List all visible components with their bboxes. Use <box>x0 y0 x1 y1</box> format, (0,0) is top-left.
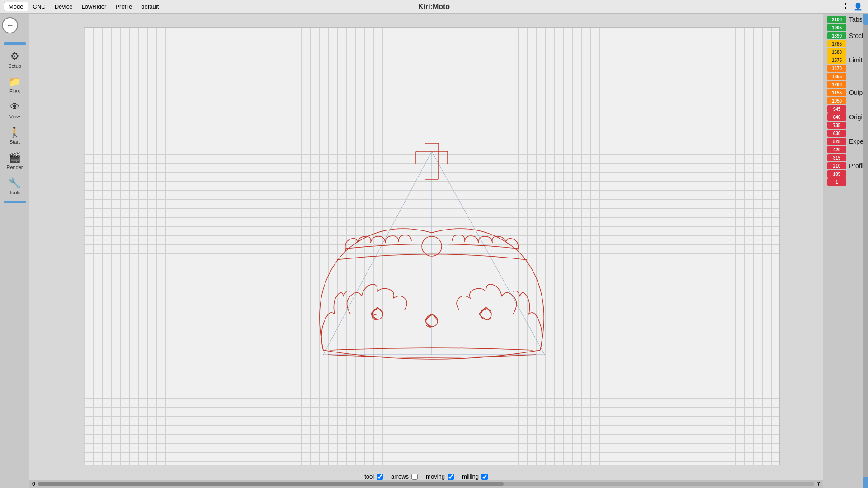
files-icon: 📁 <box>9 76 21 88</box>
right-menu-stock[interactable]: Stock <box>846 32 865 39</box>
milling-label: milling <box>462 473 479 480</box>
scale-row-210: 210 Profile <box>827 162 868 170</box>
moving-checkbox[interactable] <box>448 474 454 480</box>
scale-row-1995: 1995 <box>827 23 868 32</box>
scale-row-315: 315 <box>827 154 868 162</box>
scale-row-1: 1 <box>827 178 868 186</box>
scale-badge-1785: 1785 <box>827 40 846 47</box>
scale-row-1155: 1155 Output <box>827 89 868 97</box>
scale-row-1365: 1365 <box>827 72 868 80</box>
scale-badge-1260: 1260 <box>827 81 846 88</box>
menu-profile[interactable]: Profile <box>111 2 137 11</box>
scale-badge-315: 315 <box>827 154 846 161</box>
files-label: Files <box>9 89 20 94</box>
milling-checkbox[interactable] <box>481 474 488 480</box>
arrows-checkbox-group: arrows <box>391 473 418 480</box>
right-panel: 2100 Tabs 1995 1890 Stock 1785 1680 157 <box>823 14 868 488</box>
scale-row-1785: 1785 <box>827 40 868 48</box>
scale-row-735: 735 <box>827 121 868 129</box>
setup-icon: ⚙ <box>10 51 19 62</box>
scale-row-420: 420 <box>827 145 868 154</box>
setup-label: Setup <box>8 63 21 69</box>
grid-canvas[interactable] <box>84 27 780 465</box>
scale-badge-1: 1 <box>827 178 846 186</box>
right-menu-limits[interactable]: Limits <box>846 56 866 64</box>
menu-mode[interactable]: Mode <box>4 2 28 11</box>
view-icon: 👁 <box>10 101 20 113</box>
tools-icon: 🔧 <box>9 177 21 189</box>
tool-checkbox[interactable] <box>377 474 383 480</box>
start-icon: 🚶 <box>9 127 21 138</box>
back-button[interactable]: ← <box>2 17 18 33</box>
moving-checkbox-group: moving <box>426 473 454 480</box>
scale-row-630: 630 <box>827 129 868 137</box>
scale-row-525: 525 Expert <box>827 137 868 145</box>
scale-row-1680: 1680 <box>827 48 868 56</box>
scroll-right-num: 7 <box>814 481 823 487</box>
scale-badge-630: 630 <box>827 130 846 137</box>
scale-badge-1050: 1050 <box>827 97 846 104</box>
scale-row-2100: 2100 Tabs <box>827 15 868 23</box>
scale-badge-1155: 1155 <box>827 89 846 96</box>
tool-label: tool <box>364 473 374 480</box>
app-title: Kiri:Moto <box>418 3 450 11</box>
sidebar: ← ⚙ Setup 📁 Files 👁 View 🚶 Start 🎬 Rende… <box>0 14 29 488</box>
menu-device[interactable]: Device <box>50 2 77 11</box>
start-label: Start <box>9 139 20 145</box>
view-label: View <box>9 114 20 119</box>
scale-badge-735: 735 <box>827 122 846 129</box>
h-scroll-thumb[interactable] <box>38 482 504 486</box>
h-scrollbar[interactable]: 0 7 <box>29 480 823 488</box>
scale-badge-2100: 2100 <box>827 16 846 23</box>
svg-line-0 <box>323 151 432 355</box>
scale-row-1890: 1890 Stock <box>827 32 868 40</box>
user-icon[interactable]: 👤 <box>852 1 864 12</box>
scale-badge-525: 525 <box>827 138 846 145</box>
scale-row-1470: 1470 <box>827 64 868 72</box>
menu-lowrider[interactable]: LowRider <box>77 2 111 11</box>
scale-badge-1890: 1890 <box>827 32 846 39</box>
sidebar-item-files[interactable]: 📁 Files <box>0 72 29 98</box>
sidebar-item-tools[interactable]: 🔧 Tools <box>0 174 29 199</box>
menu-default[interactable]: default <box>137 2 163 11</box>
scale-badge-1575: 1575 <box>827 56 846 64</box>
scale-badge-1365: 1365 <box>827 73 846 80</box>
menu-icons: ⛶ 👤 <box>837 1 864 12</box>
main-layout: ← ⚙ Setup 📁 Files 👁 View 🚶 Start 🎬 Rende… <box>0 14 868 488</box>
sidebar-divider-top <box>4 42 26 45</box>
scale-badge-1995: 1995 <box>827 24 846 31</box>
v-scroll-thumb-bottom <box>863 477 868 488</box>
crown-svg <box>84 28 779 465</box>
tools-label: Tools <box>9 190 21 195</box>
scale-badge-210: 210 <box>827 162 846 169</box>
scale-row-1575: 1575 Limits <box>827 56 868 64</box>
menu-cnc[interactable]: CNC <box>28 2 50 11</box>
v-scrollbar-right[interactable] <box>863 14 868 488</box>
svg-point-9 <box>481 309 491 319</box>
scale-badge-945: 945 <box>827 105 846 113</box>
h-scroll-track[interactable] <box>38 482 815 486</box>
arrows-label: arrows <box>391 473 409 480</box>
right-menu-tabs[interactable]: Tabs <box>846 16 863 23</box>
scale-badge-105: 105 <box>827 170 846 178</box>
scale-badge-1470: 1470 <box>827 65 846 72</box>
sidebar-item-setup[interactable]: ⚙ Setup <box>0 47 29 72</box>
v-scroll-thumb-top <box>863 14 868 25</box>
crown-drawing <box>255 115 608 377</box>
sidebar-item-render[interactable]: 🎬 Render <box>0 148 29 174</box>
right-scale-container: 2100 Tabs 1995 1890 Stock 1785 1680 157 <box>827 14 868 186</box>
scale-row-1260: 1260 <box>827 80 868 89</box>
render-label: Render <box>6 164 23 170</box>
scale-badge-420: 420 <box>827 146 846 153</box>
tool-checkbox-group: tool <box>364 473 383 480</box>
sidebar-item-start[interactable]: 🚶 Start <box>0 123 29 148</box>
fullscreen-icon[interactable]: ⛶ <box>837 1 848 12</box>
scale-row-840: 840 Origin <box>827 113 868 121</box>
sidebar-item-view[interactable]: 👁 View <box>0 98 29 123</box>
svg-line-1 <box>432 151 545 355</box>
arrows-checkbox[interactable] <box>411 474 418 480</box>
right-menu-origin[interactable]: Origin <box>846 113 866 121</box>
scale-badge-840: 840 <box>827 113 846 121</box>
milling-checkbox-group: milling <box>462 473 488 480</box>
render-icon: 🎬 <box>9 152 21 164</box>
